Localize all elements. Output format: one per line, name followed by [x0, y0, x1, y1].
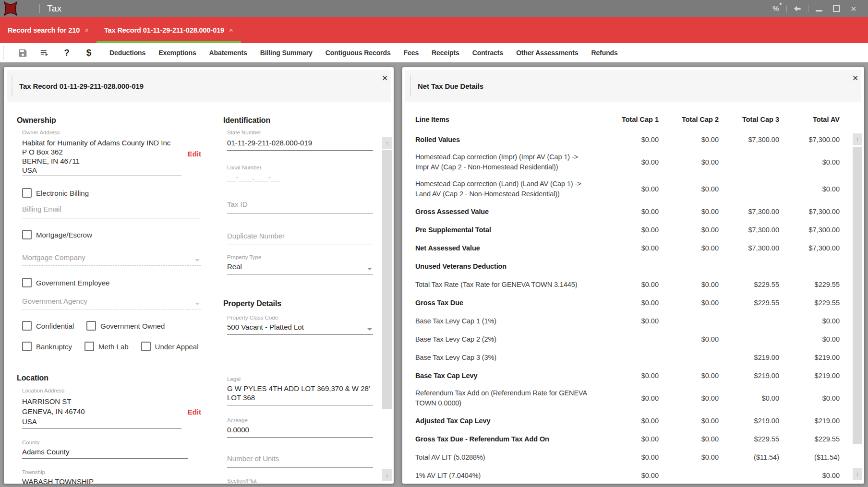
mortgage-escrow-checkbox[interactable]: Mortgage/Escrow: [22, 230, 205, 239]
drag-handle-icon[interactable]: [410, 75, 411, 96]
right-panel-scrollbar[interactable]: ↑ ↓: [853, 133, 862, 480]
toolbar-item-contiguous-records[interactable]: Contiguous Records: [326, 49, 391, 57]
duplicate-number-field[interactable]: Duplicate Number: [227, 231, 373, 245]
cell-total-av: $0.00: [779, 185, 840, 193]
scroll-up-button[interactable]: ↑: [853, 133, 862, 145]
drag-handle-icon[interactable]: [12, 75, 12, 96]
scrollbar-thumb[interactable]: [382, 150, 392, 409]
checkbox-box[interactable]: [22, 230, 32, 239]
checkbox-box[interactable]: [86, 321, 96, 331]
checkbox-box[interactable]: [22, 278, 32, 287]
scroll-up-button[interactable]: ↑: [382, 137, 392, 149]
government-employee-checkbox[interactable]: Government Employee: [22, 278, 205, 287]
help-icon[interactable]: ?: [61, 48, 72, 58]
state-number-field[interactable]: State Number 01-11-29-211-028.000-019: [227, 130, 373, 151]
state-number-label: State Number: [227, 130, 373, 135]
meth-lab-checkbox[interactable]: Meth Lab: [84, 342, 129, 351]
toolbar-item-fees[interactable]: Fees: [404, 49, 419, 57]
col-header-total-cap-2: Total Cap 2: [659, 116, 719, 123]
checkbox-label: Electronic Billing: [36, 189, 89, 197]
checkbox-box[interactable]: [22, 321, 32, 331]
toolbar-item-other-assessments[interactable]: Other Assessments: [516, 49, 578, 57]
scroll-down-button[interactable]: ↓: [853, 468, 862, 480]
tax-record-panel-close-icon[interactable]: ×: [382, 73, 388, 83]
cell-total-cap-1: $0.00: [599, 472, 659, 479]
percent-sparkle-icon[interactable]: %: [767, 1, 784, 16]
cell-total-cap-3: $0.00: [719, 394, 779, 402]
government-employee-row: Government Employee: [22, 278, 205, 287]
legal-field[interactable]: Legal G W PYLES 4TH ADD LOT 369,370 & W …: [227, 376, 373, 405]
confidential-checkbox[interactable]: Confidential: [22, 321, 74, 331]
checkbox-label: Confidential: [36, 322, 74, 330]
section-plat-field[interactable]: Section/Plat: [227, 478, 373, 484]
toolbar-item-abatements[interactable]: Abatements: [209, 49, 247, 57]
tax-id-field[interactable]: Tax ID: [227, 200, 373, 214]
checkbox-box[interactable]: [22, 188, 32, 198]
col-header-total-cap-3: Total Cap 3: [719, 116, 779, 123]
line-item-label: Gross Tax Due - Referendum Tax Add On: [415, 434, 599, 444]
under-appeal-checkbox[interactable]: Under Appeal: [141, 342, 199, 351]
billing-email-field[interactable]: Billing Email: [22, 204, 201, 218]
back-arrow-icon[interactable]: [789, 1, 806, 16]
location-address-value: HARRISON ST GENEVA, IN 46740 USA: [22, 393, 181, 429]
cell-total-cap-1: $0.00: [599, 158, 659, 166]
table-row: Referendum Tax Add on (Referendum Rate f…: [415, 385, 840, 412]
scrollbar-thumb[interactable]: [853, 147, 862, 444]
toolbar-item-billing-summary[interactable]: Billing Summary: [260, 49, 313, 57]
property-class-code-select[interactable]: Property Class Code 500 Vacant - Platted…: [227, 315, 373, 335]
township-field[interactable]: Township WABASH TOWNSHIP: [22, 469, 188, 484]
acreage-field[interactable]: Acreage 0.0000: [227, 417, 373, 438]
toolbar-item-contracts[interactable]: Contracts: [472, 49, 503, 57]
table-row: Base Tax Cap Levy$0.00$0.00$219.00$219.0…: [415, 367, 840, 385]
tab-close-icon[interactable]: ×: [84, 26, 89, 34]
owner-address-edit-link[interactable]: Edit: [188, 150, 201, 158]
cell-total-av: $219.00: [779, 417, 840, 425]
cell-total-cap-2: $0.00: [659, 158, 719, 166]
col-header-line-items: Line Items: [415, 115, 599, 125]
line-item-label: Referendum Tax Add on (Referendum Rate f…: [415, 388, 599, 408]
location-address-label: Location Address: [22, 388, 181, 393]
toolbar-nav: DeductionsExemptionsAbatementsBilling Su…: [109, 49, 618, 57]
toolbar-item-receipts[interactable]: Receipts: [432, 49, 459, 57]
cell-total-cap-1: $0.00: [599, 394, 659, 402]
property-type-label: Property Type: [227, 254, 373, 260]
checkbox-box[interactable]: [22, 342, 32, 351]
local-number-field[interactable]: Local Number __-___.___-__: [227, 165, 373, 184]
chevron-down-icon: [367, 268, 372, 270]
scroll-down-button[interactable]: ↓: [382, 469, 392, 481]
save-icon[interactable]: [17, 48, 28, 58]
property-type-select[interactable]: Property Type Real: [227, 254, 373, 274]
money-icon[interactable]: $: [84, 48, 94, 58]
checkbox-box[interactable]: [84, 342, 94, 351]
cell-total-cap-1: $0.00: [599, 453, 659, 461]
tab-close-icon[interactable]: ×: [229, 26, 233, 34]
electronic-billing-checkbox[interactable]: Electronic Billing: [22, 188, 205, 198]
location-address-edit-link[interactable]: Edit: [188, 408, 201, 416]
left-panel-scrollbar[interactable]: ↑ ↓: [382, 137, 392, 481]
bankruptcy-checkbox[interactable]: Bankruptcy: [22, 342, 72, 351]
county-field[interactable]: County Adams County: [22, 439, 188, 459]
cell-total-cap-2: $0.00: [659, 136, 719, 143]
tab-tax-record-01-11-29-211-028-000-019[interactable]: Tax Record 01-11-29-211-028.000-019×: [96, 17, 241, 43]
list-arrow-icon[interactable]: [39, 48, 50, 58]
line-item-label: Pre Supplemental Total: [415, 225, 599, 235]
property-type-value: Real: [227, 260, 373, 274]
tab-record-search-for-210[interactable]: Record search for 210×: [0, 17, 96, 43]
arrow-up-icon: ↑: [386, 140, 388, 147]
government-owned-checkbox[interactable]: Government Owned: [86, 321, 165, 331]
owner-address-field: Owner Address Habitat for Humanity of Ad…: [22, 130, 181, 176]
minimize-button[interactable]: [810, 1, 828, 16]
number-of-units-field[interactable]: Number of Units: [227, 454, 373, 468]
line-item-label: Base Tax Cap Levy: [415, 371, 599, 381]
close-button[interactable]: ×: [845, 1, 862, 16]
toolbar-item-deductions[interactable]: Deductions: [109, 49, 145, 57]
toolbar-item-exemptions[interactable]: Exemptions: [158, 49, 196, 57]
table-body: Rolled Values$0.00$0.00$7,300.00$7,300.0…: [415, 131, 840, 484]
cell-total-cap-1: $0.00: [599, 185, 659, 193]
maximize-button[interactable]: [828, 1, 845, 16]
checkbox-label: Mortgage/Escrow: [36, 231, 92, 239]
checkbox-box[interactable]: [141, 342, 151, 351]
controls-divider: [808, 5, 808, 12]
net-tax-due-panel-close-icon[interactable]: ×: [852, 73, 858, 83]
toolbar-item-refunds[interactable]: Refunds: [591, 49, 617, 57]
